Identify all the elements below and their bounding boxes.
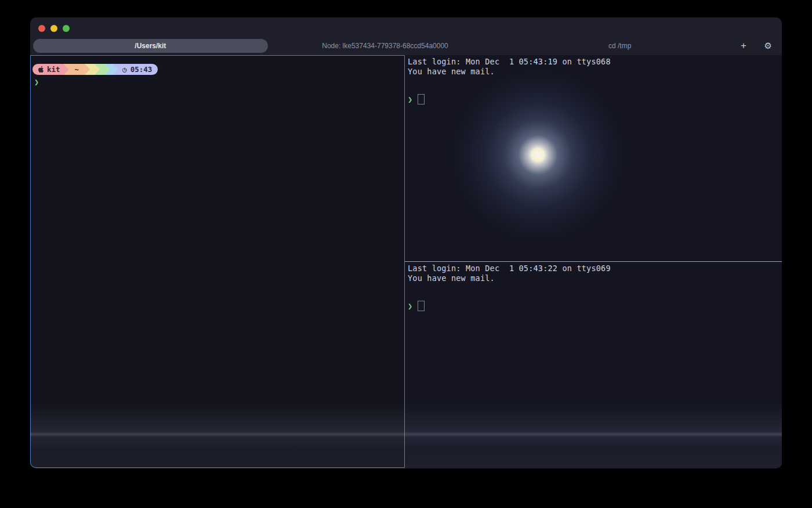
prompt-user: kit bbox=[47, 65, 60, 74]
terminal-output-line: You have new mail. bbox=[408, 273, 782, 283]
tab-cd-tmp[interactable]: cd /tmp bbox=[502, 39, 737, 53]
tab-bar: /Users/kit Node: lke537434-779378-68ccd5… bbox=[30, 36, 782, 55]
terminal-pane-left[interactable]: kit ~ ◷ 05:43 ❯ bbox=[30, 55, 405, 468]
prompt-line: ❯ bbox=[408, 93, 782, 105]
clock-icon: ◷ bbox=[122, 65, 127, 74]
titlebar[interactable] bbox=[30, 17, 782, 36]
tab-actions: + ⚙ bbox=[737, 41, 779, 51]
tab-list: /Users/kit Node: lke537434-779378-68ccd5… bbox=[33, 36, 737, 55]
terminal-window: /Users/kit Node: lke537434-779378-68ccd5… bbox=[30, 17, 782, 469]
prompt-chevron: ❯ bbox=[408, 301, 412, 311]
terminal-blank-line bbox=[408, 76, 782, 86]
tab-users-kit[interactable]: /Users/kit bbox=[33, 39, 268, 53]
terminal-cursor bbox=[418, 94, 425, 105]
powerline-strip-yellow bbox=[90, 64, 95, 75]
tab-label: Node: lke537434-779378-68ccd54a0000 bbox=[322, 42, 448, 50]
terminal-output-line: Last login: Mon Dec 1 05:43:22 on ttys06… bbox=[408, 264, 782, 273]
powerline-separator bbox=[64, 64, 69, 75]
powerline-separator bbox=[85, 64, 90, 75]
apple-icon bbox=[38, 66, 44, 73]
prompt-time-segment: ◷ 05:43 bbox=[118, 64, 158, 75]
prompt-line: ❯ bbox=[408, 300, 782, 312]
settings-gear-icon[interactable]: ⚙ bbox=[764, 41, 772, 50]
powerline-strip-green bbox=[100, 64, 104, 75]
minimize-window-button[interactable] bbox=[50, 25, 57, 32]
powerline-prompt: kit ~ ◷ 05:43 bbox=[32, 64, 158, 75]
powerline-separator bbox=[113, 64, 118, 75]
desktop: /Users/kit Node: lke537434-779378-68ccd5… bbox=[0, 0, 812, 508]
prompt-time: 05:43 bbox=[130, 65, 153, 74]
tab-node[interactable]: Node: lke537434-779378-68ccd54a0000 bbox=[268, 39, 503, 53]
powerline-separator bbox=[104, 64, 110, 75]
zoom-window-button[interactable] bbox=[63, 25, 70, 32]
terminal-blank-line bbox=[408, 283, 782, 293]
tab-label: /Users/kit bbox=[135, 42, 166, 50]
terminal-pane-bottom-right[interactable]: Last login: Mon Dec 1 05:43:22 on ttys06… bbox=[405, 262, 782, 467]
prompt-os-user-segment: kit bbox=[32, 64, 64, 75]
prompt-line: ❯ bbox=[34, 77, 404, 87]
terminal-cursor bbox=[418, 301, 425, 311]
tab-label: cd /tmp bbox=[608, 42, 631, 50]
powerline-separator bbox=[95, 64, 100, 75]
pane-container: kit ~ ◷ 05:43 ❯ bbox=[30, 55, 782, 468]
prompt-chevron: ❯ bbox=[34, 77, 39, 87]
terminal-output-line: Last login: Mon Dec 1 05:43:19 on ttys06… bbox=[408, 57, 782, 67]
new-tab-icon[interactable]: + bbox=[741, 41, 746, 51]
prompt-path-segment: ~ bbox=[69, 64, 85, 75]
right-pane-column: Last login: Mon Dec 1 05:43:19 on ttys06… bbox=[405, 55, 782, 468]
prompt-path: ~ bbox=[75, 65, 79, 74]
traffic-lights bbox=[38, 25, 70, 32]
terminal-pane-top-right[interactable]: Last login: Mon Dec 1 05:43:19 on ttys06… bbox=[405, 55, 782, 261]
prompt-chevron: ❯ bbox=[408, 95, 412, 104]
terminal-output-line: You have new mail. bbox=[408, 67, 782, 77]
close-window-button[interactable] bbox=[38, 25, 45, 32]
